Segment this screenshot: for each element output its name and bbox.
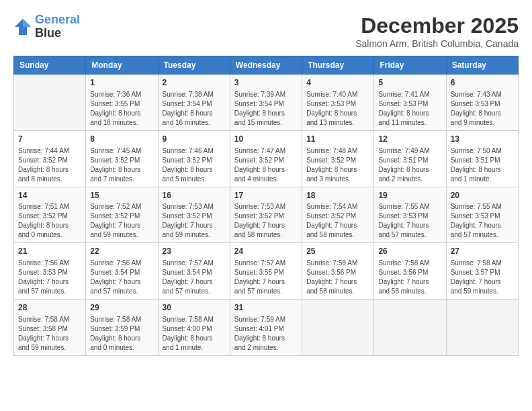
calendar-week-3: 14Sunrise: 7:51 AM Sunset: 3:52 PM Dayli…: [14, 187, 519, 243]
day-number: 26: [378, 246, 441, 257]
calendar-week-5: 28Sunrise: 7:58 AM Sunset: 3:58 PM Dayli…: [14, 300, 519, 356]
calendar-cell: 13Sunrise: 7:50 AM Sunset: 3:51 PM Dayli…: [446, 130, 518, 187]
day-number: 5: [378, 77, 441, 89]
day-number: 3: [234, 77, 298, 89]
calendar-cell: 21Sunrise: 7:56 AM Sunset: 3:53 PM Dayli…: [14, 243, 86, 300]
calendar-cell: 14Sunrise: 7:51 AM Sunset: 3:52 PM Dayli…: [14, 187, 86, 243]
day-number: 16: [163, 190, 226, 201]
calendar-cell: 24Sunrise: 7:57 AM Sunset: 3:55 PM Dayli…: [230, 243, 302, 300]
day-number: 22: [90, 246, 153, 257]
month-title: December 2025: [355, 13, 519, 38]
day-info: Sunrise: 7:57 AM Sunset: 3:55 PM Dayligh…: [234, 259, 298, 296]
day-number: 30: [163, 302, 226, 314]
calendar-cell: [302, 300, 374, 356]
logo: General Blue: [13, 13, 80, 40]
title-area: December 2025 Salmon Arm, British Columb…: [355, 13, 519, 49]
day-info: Sunrise: 7:38 AM Sunset: 3:54 PM Dayligh…: [163, 90, 226, 128]
calendar-cell: 7Sunrise: 7:44 AM Sunset: 3:52 PM Daylig…: [14, 130, 86, 187]
calendar-body: 1Sunrise: 7:36 AM Sunset: 3:55 PM Daylig…: [14, 75, 519, 356]
day-number: 18: [306, 190, 369, 201]
day-info: Sunrise: 7:55 AM Sunset: 3:53 PM Dayligh…: [378, 202, 441, 240]
day-info: Sunrise: 7:56 AM Sunset: 3:54 PM Dayligh…: [90, 259, 153, 296]
calendar-cell: 19Sunrise: 7:55 AM Sunset: 3:53 PM Dayli…: [374, 187, 446, 243]
day-info: Sunrise: 7:52 AM Sunset: 3:52 PM Dayligh…: [90, 202, 153, 240]
weekday-header-monday: Monday: [86, 56, 158, 75]
day-info: Sunrise: 7:58 AM Sunset: 3:57 PM Dayligh…: [451, 259, 514, 296]
day-info: Sunrise: 7:39 AM Sunset: 3:54 PM Dayligh…: [234, 90, 298, 128]
day-info: Sunrise: 7:58 AM Sunset: 3:59 PM Dayligh…: [90, 315, 153, 353]
calendar-cell: 20Sunrise: 7:55 AM Sunset: 3:53 PM Dayli…: [446, 187, 518, 243]
day-info: Sunrise: 7:57 AM Sunset: 3:54 PM Dayligh…: [163, 259, 226, 296]
calendar-cell: 11Sunrise: 7:48 AM Sunset: 3:52 PM Dayli…: [302, 130, 374, 187]
day-info: Sunrise: 7:45 AM Sunset: 3:52 PM Dayligh…: [90, 146, 153, 184]
calendar-cell: 15Sunrise: 7:52 AM Sunset: 3:52 PM Dayli…: [86, 187, 158, 243]
day-info: Sunrise: 7:58 AM Sunset: 3:58 PM Dayligh…: [18, 315, 81, 353]
calendar-week-2: 7Sunrise: 7:44 AM Sunset: 3:52 PM Daylig…: [14, 130, 519, 187]
day-info: Sunrise: 7:41 AM Sunset: 3:53 PM Dayligh…: [378, 90, 441, 128]
day-number: 2: [163, 77, 226, 89]
day-info: Sunrise: 7:53 AM Sunset: 3:52 PM Dayligh…: [234, 202, 298, 240]
calendar-cell: 30Sunrise: 7:58 AM Sunset: 4:00 PM Dayli…: [158, 300, 230, 356]
day-number: 8: [90, 134, 153, 145]
day-number: 21: [18, 246, 81, 257]
day-info: Sunrise: 7:48 AM Sunset: 3:52 PM Dayligh…: [306, 146, 369, 184]
day-info: Sunrise: 7:40 AM Sunset: 3:53 PM Dayligh…: [306, 90, 369, 128]
calendar-cell: [14, 75, 86, 131]
day-number: 11: [306, 134, 369, 145]
day-info: Sunrise: 7:58 AM Sunset: 4:00 PM Dayligh…: [163, 315, 226, 353]
day-number: 1: [90, 77, 153, 89]
calendar-week-4: 21Sunrise: 7:56 AM Sunset: 3:53 PM Dayli…: [14, 243, 519, 300]
calendar-cell: 9Sunrise: 7:46 AM Sunset: 3:52 PM Daylig…: [158, 130, 230, 187]
day-number: 9: [163, 134, 226, 145]
day-number: 15: [90, 190, 153, 201]
calendar-cell: 4Sunrise: 7:40 AM Sunset: 3:53 PM Daylig…: [302, 75, 374, 131]
calendar-cell: 31Sunrise: 7:59 AM Sunset: 4:01 PM Dayli…: [230, 300, 302, 356]
calendar-cell: 18Sunrise: 7:54 AM Sunset: 3:52 PM Dayli…: [302, 187, 374, 243]
day-number: 31: [234, 302, 298, 314]
day-info: Sunrise: 7:50 AM Sunset: 3:51 PM Dayligh…: [451, 146, 514, 184]
day-number: 23: [163, 246, 226, 257]
day-info: Sunrise: 7:58 AM Sunset: 3:56 PM Dayligh…: [306, 259, 369, 296]
day-number: 14: [18, 190, 81, 201]
day-number: 10: [234, 134, 298, 145]
weekday-header-row: SundayMondayTuesdayWednesdayThursdayFrid…: [14, 56, 519, 75]
day-info: Sunrise: 7:58 AM Sunset: 3:56 PM Dayligh…: [378, 259, 441, 296]
calendar-cell: 8Sunrise: 7:45 AM Sunset: 3:52 PM Daylig…: [86, 130, 158, 187]
day-number: 13: [451, 134, 514, 145]
svg-marker-1: [23, 19, 31, 27]
day-info: Sunrise: 7:43 AM Sunset: 3:53 PM Dayligh…: [451, 90, 514, 128]
calendar-cell: 26Sunrise: 7:58 AM Sunset: 3:56 PM Dayli…: [374, 243, 446, 300]
page-header: General Blue December 2025 Salmon Arm, B…: [13, 13, 519, 49]
weekday-header-tuesday: Tuesday: [158, 56, 230, 75]
weekday-header-sunday: Sunday: [14, 56, 86, 75]
day-info: Sunrise: 7:49 AM Sunset: 3:51 PM Dayligh…: [378, 146, 441, 184]
weekday-header-friday: Friday: [374, 56, 446, 75]
day-number: 25: [306, 246, 369, 257]
calendar-cell: [446, 300, 518, 356]
logo-icon: [13, 17, 32, 36]
day-number: 27: [451, 246, 514, 257]
calendar-cell: 5Sunrise: 7:41 AM Sunset: 3:53 PM Daylig…: [374, 75, 446, 131]
calendar-cell: 29Sunrise: 7:58 AM Sunset: 3:59 PM Dayli…: [86, 300, 158, 356]
calendar-cell: 12Sunrise: 7:49 AM Sunset: 3:51 PM Dayli…: [374, 130, 446, 187]
day-number: 6: [451, 77, 514, 89]
day-info: Sunrise: 7:46 AM Sunset: 3:52 PM Dayligh…: [163, 146, 226, 184]
calendar-cell: 28Sunrise: 7:58 AM Sunset: 3:58 PM Dayli…: [14, 300, 86, 356]
day-info: Sunrise: 7:55 AM Sunset: 3:53 PM Dayligh…: [451, 202, 514, 240]
calendar-cell: 23Sunrise: 7:57 AM Sunset: 3:54 PM Dayli…: [158, 243, 230, 300]
calendar-cell: [374, 300, 446, 356]
day-number: 7: [18, 134, 81, 145]
logo-text: General Blue: [35, 13, 80, 40]
weekday-header-saturday: Saturday: [446, 56, 518, 75]
day-info: Sunrise: 7:54 AM Sunset: 3:52 PM Dayligh…: [306, 202, 369, 240]
day-number: 20: [451, 190, 514, 201]
calendar-table: SundayMondayTuesdayWednesdayThursdayFrid…: [13, 56, 519, 356]
calendar-cell: 10Sunrise: 7:47 AM Sunset: 3:52 PM Dayli…: [230, 130, 302, 187]
day-info: Sunrise: 7:47 AM Sunset: 3:52 PM Dayligh…: [234, 146, 298, 184]
location: Salmon Arm, British Columbia, Canada: [355, 38, 519, 49]
calendar-cell: 25Sunrise: 7:58 AM Sunset: 3:56 PM Dayli…: [302, 243, 374, 300]
calendar-cell: 17Sunrise: 7:53 AM Sunset: 3:52 PM Dayli…: [230, 187, 302, 243]
calendar-cell: 1Sunrise: 7:36 AM Sunset: 3:55 PM Daylig…: [86, 75, 158, 131]
day-info: Sunrise: 7:53 AM Sunset: 3:52 PM Dayligh…: [163, 202, 226, 240]
day-number: 19: [378, 190, 441, 201]
